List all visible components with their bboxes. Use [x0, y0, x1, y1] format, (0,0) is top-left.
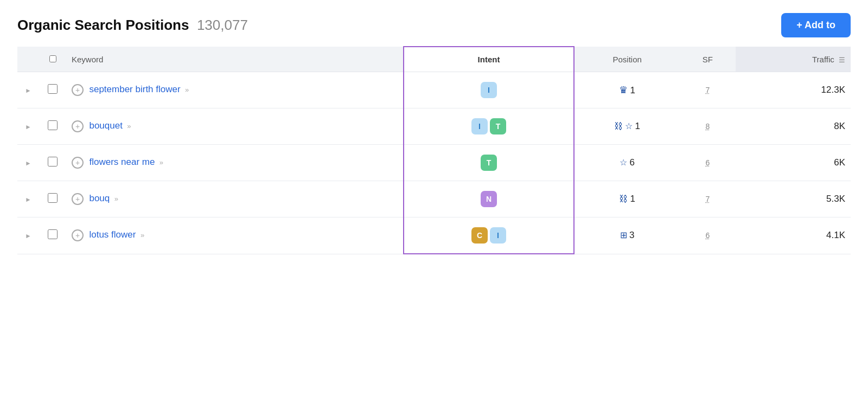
keyword-cell: + bouquet » — [66, 108, 404, 145]
add-to-button[interactable]: + Add to — [781, 13, 851, 37]
traffic-value: 5.3K — [826, 194, 845, 204]
col-check-header — [39, 47, 66, 72]
keyword-link[interactable]: bouq — [89, 193, 110, 203]
intent-badge-i: I — [471, 118, 488, 134]
expand-cell[interactable]: ► — [17, 217, 39, 254]
position-cell: ⛓☆1 — [574, 108, 680, 145]
row-checkbox[interactable] — [48, 157, 58, 166]
add-keyword-icon[interactable]: + — [72, 84, 84, 96]
row-checkbox[interactable] — [48, 84, 58, 94]
expand-cell[interactable]: ► — [17, 72, 39, 108]
add-keyword-icon[interactable]: + — [72, 229, 84, 241]
link-icon: ⛓ — [614, 121, 623, 131]
expand-cell[interactable]: ► — [17, 181, 39, 217]
link-icon: ⛓ — [619, 194, 628, 204]
checkbox-cell[interactable] — [39, 145, 66, 181]
traffic-cell: 12.3K — [736, 72, 851, 108]
expand-cell[interactable]: ► — [17, 108, 39, 145]
page-header: Organic Search Positions 130,077 + Add t… — [17, 13, 851, 37]
keyword-cell: + bouq » — [66, 181, 404, 217]
intent-badge-t: T — [481, 155, 497, 171]
col-keyword-header: Keyword — [66, 47, 404, 72]
row-checkbox[interactable] — [48, 120, 58, 130]
sf-cell: 7 — [680, 72, 736, 108]
position-value: 1 — [630, 194, 635, 204]
traffic-cell: 8K — [736, 108, 851, 145]
sf-cell: 8 — [680, 108, 736, 145]
intent-cell: CI — [404, 217, 574, 254]
table-row: ► + lotus flower » CI ⊞3 6 4.1K — [17, 217, 851, 254]
keyword-link[interactable]: september birth flower — [89, 84, 180, 94]
intent-cell: IT — [404, 108, 574, 145]
expand-arrow-icon[interactable]: ► — [25, 196, 31, 203]
expand-arrow-icon[interactable]: ► — [25, 159, 31, 167]
table-row: ► + bouquet » IT ⛓☆1 8 8K — [17, 108, 851, 145]
keyword-chevron-icon: » — [159, 158, 163, 166]
crown-icon: ♛ — [619, 84, 628, 96]
col-traffic-header: Traffic ☰ — [736, 47, 851, 72]
keyword-cell: + flowers near me » — [66, 145, 404, 181]
position-cell: ⊞3 — [574, 217, 680, 254]
intent-cell: T — [404, 145, 574, 181]
traffic-value: 8K — [834, 121, 845, 131]
add-keyword-icon[interactable]: + — [72, 157, 84, 169]
keyword-cell: + september birth flower » — [66, 72, 404, 108]
intent-badge-c: C — [471, 227, 488, 244]
data-table-wrap: Keyword Intent Position SF Traffic ☰ — [17, 46, 851, 254]
keyword-link[interactable]: lotus flower — [89, 229, 136, 240]
intent-badge-i: I — [490, 227, 506, 244]
position-cell: ♛1 — [574, 72, 680, 108]
intent-cell: I — [404, 72, 574, 108]
traffic-cell: 4.1K — [736, 217, 851, 254]
position-cell: ⛓1 — [574, 181, 680, 217]
select-all-checkbox[interactable] — [49, 55, 56, 62]
col-sf-header: SF — [680, 47, 736, 72]
add-keyword-icon[interactable]: + — [72, 193, 84, 205]
header-title-group: Organic Search Positions 130,077 — [17, 17, 248, 34]
traffic-value: 6K — [834, 157, 845, 168]
keyword-chevron-icon: » — [185, 86, 189, 94]
intent-badge-t: T — [490, 118, 506, 134]
intent-badge-n: N — [481, 191, 497, 207]
expand-arrow-icon[interactable]: ► — [25, 87, 31, 94]
table-row: ► + flowers near me » T ☆6 6 6K — [17, 145, 851, 181]
position-value: 1 — [635, 121, 640, 131]
keyword-link[interactable]: bouquet — [89, 120, 122, 131]
checkbox-cell[interactable] — [39, 217, 66, 254]
sf-value: 7 — [705, 195, 710, 203]
table-row: ► + bouq » N ⛓1 7 5.3K — [17, 181, 851, 217]
traffic-cell: 5.3K — [736, 181, 851, 217]
checkbox-cell[interactable] — [39, 72, 66, 108]
intent-badge-i: I — [481, 82, 497, 98]
col-expand-header — [17, 47, 39, 72]
position-value: 6 — [629, 157, 634, 168]
expand-arrow-icon[interactable]: ► — [25, 232, 31, 240]
position-value: 3 — [629, 230, 634, 240]
expand-cell[interactable]: ► — [17, 145, 39, 181]
checkbox-cell[interactable] — [39, 181, 66, 217]
sf-value: 7 — [705, 86, 710, 94]
table-header-row: Keyword Intent Position SF Traffic ☰ — [17, 47, 851, 72]
col-position-header: Position — [574, 47, 680, 72]
row-checkbox[interactable] — [48, 229, 58, 239]
traffic-value: 12.3K — [821, 85, 845, 95]
sf-cell: 6 — [680, 145, 736, 181]
position-value: 1 — [630, 85, 635, 95]
add-keyword-icon[interactable]: + — [72, 120, 84, 132]
sf-value: 8 — [705, 122, 710, 131]
keyword-link[interactable]: flowers near me — [89, 157, 155, 167]
traffic-value: 4.1K — [826, 230, 845, 240]
main-container: Organic Search Positions 130,077 + Add t… — [0, 0, 868, 267]
star-icon: ☆ — [620, 157, 627, 168]
table-body: ► + september birth flower » I ♛1 7 12.3… — [17, 72, 851, 254]
keywords-table: Keyword Intent Position SF Traffic ☰ — [17, 46, 851, 254]
keyword-cell: + lotus flower » — [66, 217, 404, 254]
checkbox-cell[interactable] — [39, 108, 66, 145]
keyword-chevron-icon: » — [127, 122, 131, 130]
col-intent-header: Intent — [404, 47, 574, 72]
sf-cell: 7 — [680, 181, 736, 217]
expand-arrow-icon[interactable]: ► — [25, 123, 31, 131]
keyword-chevron-icon: » — [141, 231, 144, 239]
row-checkbox[interactable] — [48, 193, 58, 203]
traffic-filter-icon[interactable]: ☰ — [839, 56, 845, 64]
